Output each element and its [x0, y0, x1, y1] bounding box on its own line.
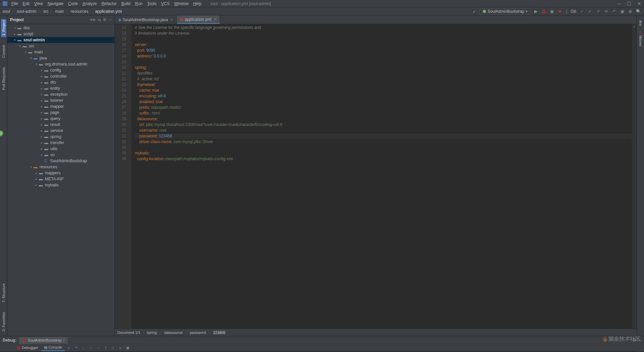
- menu-file[interactable]: File: [9, 1, 20, 7]
- tree-node[interactable]: ▸▬vo: [7, 152, 114, 158]
- editor-tab[interactable]: ◉application.yml×: [177, 15, 220, 24]
- step-icon[interactable]: ⤴: [103, 345, 108, 351]
- step-icon[interactable]: ↑: [88, 345, 94, 351]
- tree-node[interactable]: ▸▬config: [7, 67, 114, 73]
- expand-all-icon[interactable]: ⇆: [98, 17, 101, 22]
- breadcrumb-item[interactable]: soul: [3, 9, 10, 14]
- menu-vcs[interactable]: VCS: [159, 1, 172, 7]
- tree-node[interactable]: ▾▬doc: [7, 25, 114, 31]
- inspection-indicator[interactable]: ✓: [632, 24, 637, 29]
- tree-node[interactable]: ▸▬result: [7, 122, 114, 128]
- close-icon[interactable]: ✕: [637, 1, 641, 6]
- add-config-icon[interactable]: ↙: [471, 8, 477, 14]
- menu-help[interactable]: Help: [191, 1, 204, 7]
- favorites-tool-tab[interactable]: 2: Favorites: [1, 311, 6, 333]
- collapse-all-icon[interactable]: ⚙: [103, 17, 107, 22]
- debug-subtab-console[interactable]: ▤ Console: [41, 345, 64, 351]
- step-icon[interactable]: ≡: [66, 345, 71, 351]
- ant-tool-tab[interactable]: Ant: [638, 19, 643, 27]
- step-icon[interactable]: ↷: [73, 345, 79, 351]
- debug-session-tab[interactable]: 🐞SoulAdminBootstrap ×: [19, 337, 68, 344]
- editor-breadcrumb-item[interactable]: 123456: [213, 331, 225, 335]
- tree-node[interactable]: ▸▬META-INF: [7, 176, 114, 182]
- editor-breadcrumb-item[interactable]: datasource:: [164, 331, 183, 335]
- debug-minimize-icon[interactable]: ─: [638, 338, 641, 343]
- debug-subtab-debugger[interactable]: 🐞 Debugger: [13, 345, 41, 351]
- step-icon[interactable]: ≡: [118, 345, 123, 351]
- menu-refactor[interactable]: Refactor: [100, 1, 119, 7]
- menu-tools[interactable]: Tools: [145, 1, 159, 7]
- breadcrumb-item[interactable]: soul-admin: [17, 9, 37, 14]
- debug-settings-icon[interactable]: ⚙: [633, 338, 636, 343]
- menu-view[interactable]: View: [32, 1, 45, 7]
- debug-icon[interactable]: 🐞: [541, 8, 547, 14]
- vcs-history-icon[interactable]: ⟲: [603, 8, 609, 14]
- tree-node[interactable]: ▸▬spring: [7, 134, 114, 140]
- vcs-rollback-icon[interactable]: ↶: [611, 8, 617, 14]
- project-tool-tab[interactable]: 1: Project: [1, 19, 6, 37]
- tree-node[interactable]: ▾▬org.dromara.soul.admin: [7, 61, 114, 67]
- tree-node[interactable]: ▸▬listener: [7, 97, 114, 103]
- menu-window[interactable]: Window: [172, 1, 191, 7]
- tree-node[interactable]: ▾▬java: [7, 55, 114, 61]
- step-icon[interactable]: ↓: [81, 345, 86, 351]
- minimize-icon[interactable]: ─: [618, 1, 621, 6]
- editor-breadcrumb-item[interactable]: spring:: [147, 331, 158, 335]
- commit-tool-tab[interactable]: Commit: [1, 44, 6, 59]
- menu-code[interactable]: Code: [66, 1, 80, 7]
- editor-breadcrumb-item[interactable]: Document 1/1: [117, 331, 140, 335]
- editor-breadcrumb-bar[interactable]: Document 1/1〉spring:〉datasource:〉passwor…: [115, 328, 637, 336]
- editor-breadcrumb-item[interactable]: password:: [190, 331, 207, 335]
- tree-node[interactable]: ▸▬mappers: [7, 170, 114, 176]
- tree-node[interactable]: ▸▬utils: [7, 146, 114, 152]
- tree-node[interactable]: ▾▬src: [7, 43, 114, 49]
- menu-run[interactable]: Run: [133, 1, 145, 7]
- tree-node[interactable]: ▸▬dto: [7, 79, 114, 85]
- menu-edit[interactable]: Edit: [20, 1, 32, 7]
- menu-build[interactable]: Build: [119, 1, 132, 7]
- vcs-commit-icon[interactable]: ✓: [587, 8, 593, 14]
- run-configuration-dropdown[interactable]: SoulAdminBootstrap ▾: [479, 8, 531, 15]
- vcs-update-icon[interactable]: ✓: [579, 8, 585, 14]
- run-icon[interactable]: ▶: [533, 8, 539, 14]
- breadcrumb-item[interactable]: src: [43, 9, 49, 14]
- maximize-icon[interactable]: ☐: [627, 1, 631, 6]
- tree-node[interactable]: ▾▬soul-admin: [7, 37, 114, 43]
- tree-node[interactable]: ▸▬page: [7, 109, 114, 116]
- close-tab-icon[interactable]: ×: [171, 17, 173, 22]
- ide-settings-icon[interactable]: ▣: [619, 8, 625, 14]
- tree-node[interactable]: ©SoulAdminBootstrap: [7, 158, 114, 164]
- menu-navigate[interactable]: Navigate: [46, 1, 65, 7]
- structure-tool-tab[interactable]: 7: Structure: [1, 282, 6, 304]
- tree-node[interactable]: ▸▬transfer: [7, 140, 114, 146]
- code-editor[interactable]: # See the License for the specific langu…: [131, 24, 632, 328]
- stop-icon[interactable]: ■: [557, 8, 563, 14]
- tree-node[interactable]: ▸▬service: [7, 128, 114, 134]
- tree-node[interactable]: ▾▬main: [7, 49, 114, 55]
- project-tree[interactable]: ▾▬doc▸▬script▾▬soul-admin▾▬src▾▬main▾▬ja…: [7, 24, 114, 336]
- breadcrumb-item[interactable]: application.yml: [95, 9, 121, 14]
- pull-requests-tool-tab[interactable]: Pull Requests: [1, 66, 6, 91]
- vcs-push-icon[interactable]: ↗: [595, 8, 601, 14]
- search-everywhere-icon[interactable]: 🔍: [635, 8, 641, 14]
- tree-node[interactable]: ▸▬mybatis: [7, 182, 114, 188]
- breadcrumb-item[interactable]: main: [55, 9, 64, 14]
- editor-tab[interactable]: ◉SoulAdminBootstrap.java×: [115, 15, 177, 24]
- select-opened-file-icon[interactable]: ⊕: [92, 17, 96, 22]
- menu-analyze[interactable]: Analyze: [80, 1, 99, 7]
- step-icon[interactable]: ⤵: [110, 345, 116, 351]
- step-icon[interactable]: →: [96, 345, 101, 351]
- step-icon[interactable]: ▣: [125, 345, 130, 351]
- tree-node[interactable]: ▸▬controller: [7, 73, 114, 79]
- close-tab-icon[interactable]: ×: [214, 17, 216, 22]
- ide-layout-icon[interactable]: ⊞: [627, 8, 633, 14]
- breadcrumb-item[interactable]: resources: [71, 9, 89, 14]
- tree-node[interactable]: ▸▬exception: [7, 91, 114, 97]
- maven-tool-tab[interactable]: m Maven: [638, 30, 643, 48]
- breadcrumbs[interactable]: soul〉soul-admin〉src〉main〉resources〉appli…: [3, 8, 122, 14]
- tree-node[interactable]: ▸▬query: [7, 116, 114, 122]
- hide-panel-icon[interactable]: ─: [109, 17, 112, 22]
- tree-node[interactable]: ▸▬script: [7, 31, 114, 37]
- tree-node[interactable]: ▸▬mapper: [7, 103, 114, 109]
- tree-node[interactable]: ▸▬entity: [7, 85, 114, 91]
